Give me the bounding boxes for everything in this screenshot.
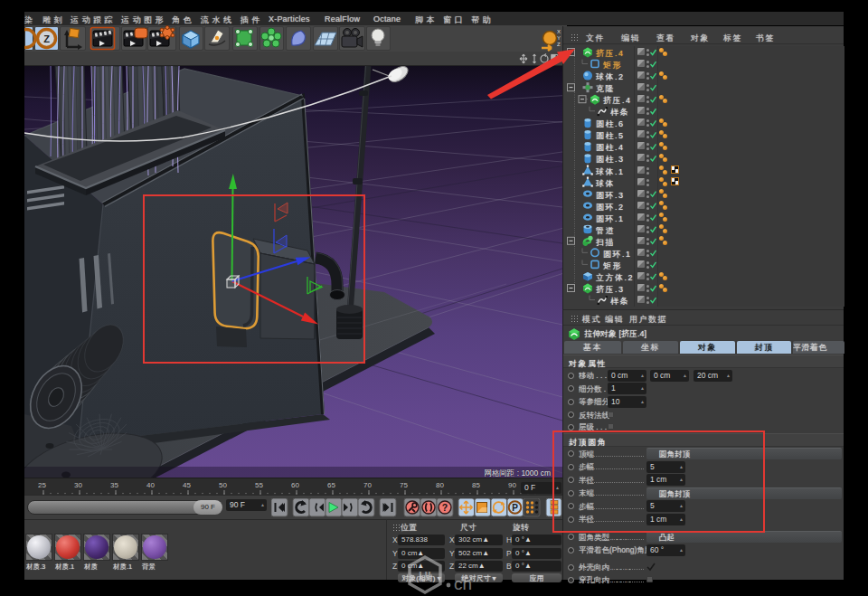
svg-text:Z: Z [43, 33, 50, 44]
svg-text:P: P [512, 503, 518, 513]
svg-text:UI: UI [419, 569, 431, 583]
svg-text:cn: cn [454, 574, 472, 593]
svg-text:网格间距 : 1000 cm: 网格间距 : 1000 cm [484, 468, 551, 478]
svg-text:X: X [557, 29, 561, 34]
svg-text:?: ? [442, 502, 448, 513]
